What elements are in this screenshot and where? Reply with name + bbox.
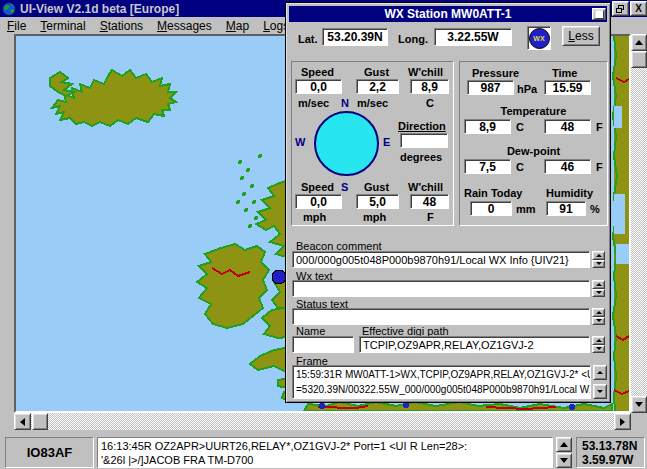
wchill-c-field[interactable]: 8,9 (410, 79, 449, 94)
long-label: Long. (398, 33, 428, 45)
c-unit-label: C (426, 97, 434, 109)
compass-north-label: N (341, 97, 349, 109)
horizontal-scrollbar[interactable] (14, 413, 631, 430)
pressure-unit-label: hPa (517, 83, 537, 95)
frame-scroll-down-button[interactable] (593, 384, 607, 399)
compass-west-label: W (295, 136, 305, 148)
beacon-spin-up-button[interactable] (592, 251, 605, 260)
window-restore-button[interactable] (612, 1, 629, 16)
beacon-spinner (592, 251, 605, 268)
temperature-c-field[interactable]: 8,9 (464, 119, 511, 134)
map-water-east2 (614, 194, 625, 234)
status-text-spin-down-button[interactable] (592, 317, 605, 326)
name-field[interactable] (292, 336, 354, 353)
time-field[interactable]: 15.59 (544, 80, 591, 95)
vertical-scroll-thumb[interactable] (631, 51, 647, 68)
lat-field[interactable]: 53.20.39N (322, 28, 388, 46)
vertical-scrollbar[interactable] (631, 34, 647, 413)
dialog-minimize-button[interactable] (592, 8, 606, 20)
frame-scroll-up-button[interactable] (593, 365, 607, 380)
humidity-unit-label: % (590, 203, 600, 215)
frame-line-2: =5320.39N/00322.55W_000/000g005t048P000b… (296, 382, 591, 397)
scrollbar-corner (631, 413, 647, 430)
status-bar: IO83AF 16:13:45R OZ2APR>UURT26,RELAY*,OZ… (0, 430, 647, 469)
digi-path-spin-up-button[interactable] (592, 336, 605, 345)
humidity-field[interactable]: 91 (546, 201, 586, 216)
frame-box[interactable]: 15:59:31R MW0ATT-1>WX,TCPIP,OZ9APR,RELAY… (292, 365, 591, 399)
window-close-button[interactable]: X (630, 1, 647, 16)
wx-symbol-icon: WX (529, 28, 550, 49)
triangle-up-icon (596, 311, 602, 314)
menu-terminal[interactable]: Terminal (33, 18, 92, 34)
triangle-left-icon (20, 418, 25, 426)
ms-unit-label-1: m/sec (298, 97, 329, 109)
wchill-f-label: W'chill (408, 181, 443, 193)
temperature-f-field[interactable]: 48 (544, 119, 591, 134)
speed-mph-label: Speed (301, 181, 334, 193)
mph-unit-label-2: mph (363, 211, 386, 223)
horizontal-scroll-thumb[interactable] (32, 413, 48, 430)
cursor-long: 3.59.97W (582, 453, 639, 467)
wx-text-spin-up-button[interactable] (592, 280, 605, 289)
wchill-f-field[interactable]: 48 (410, 194, 449, 209)
triangle-up-icon (596, 283, 602, 286)
restore-icon (616, 5, 625, 13)
beacon-spin-down-button[interactable] (592, 260, 605, 269)
dewpoint-c-field[interactable]: 7,5 (464, 159, 511, 174)
cursor-lat: 53.13.78N (582, 439, 639, 453)
map-station-dot3 (569, 404, 575, 410)
scroll-left-button[interactable] (14, 413, 31, 430)
menu-file[interactable]: File (0, 18, 33, 34)
locator-panel: IO83AF (5, 437, 94, 468)
wx-text-field[interactable] (292, 280, 590, 297)
rain-unit-label: mm (516, 203, 536, 215)
pressure-label: Pressure (472, 67, 519, 79)
triangle-down-icon (635, 402, 643, 407)
wx-text-spinner (592, 280, 605, 297)
time-label: Time (552, 67, 577, 79)
wind-compass (314, 111, 379, 176)
gust-ms-field[interactable]: 2,2 (356, 79, 399, 94)
dewpoint-f-field[interactable]: 46 (544, 159, 591, 174)
map-station-symbol[interactable] (272, 270, 286, 284)
wx-station-dialog: WX Station MW0ATT-1 Lat. 53.20.39N Long.… (285, 2, 611, 403)
speed-ms-field[interactable]: 0,0 (295, 79, 342, 94)
beacon-comment-field[interactable]: 000/000g005t048P000b9870h91/Local WX Inf… (292, 251, 590, 268)
temperature-f-unit: F (596, 121, 603, 133)
degrees-label: degrees (400, 151, 442, 163)
close-icon: X (635, 3, 642, 14)
monitor-scroll-up-button[interactable] (556, 437, 572, 452)
lat-label: Lat. (298, 33, 318, 45)
digi-path-field[interactable]: TCPIP,OZ9APR,RELAY,OZ1GVJ-2 (359, 336, 590, 353)
status-text-field[interactable] (292, 308, 590, 325)
scroll-down-button[interactable] (631, 396, 647, 413)
pressure-field[interactable]: 987 (467, 80, 514, 95)
triangle-down-icon (596, 347, 602, 350)
speed-ms-label: Speed (301, 66, 334, 78)
digi-path-spin-down-button[interactable] (592, 345, 605, 354)
triangle-up-icon (597, 371, 603, 374)
speed-mph-field[interactable]: 0,0 (295, 194, 342, 209)
dialog-title: WX Station MW0ATT-1 (384, 7, 511, 21)
scroll-up-button[interactable] (631, 34, 647, 51)
rain-field[interactable]: 0 (470, 201, 512, 216)
wx-text-spin-down-button[interactable] (592, 289, 605, 298)
menu-map[interactable]: Map (219, 18, 256, 34)
menu-stations[interactable]: Stations (93, 18, 150, 34)
cursor-position-panel: 53.13.78N 3.59.97W (576, 437, 645, 468)
dewpoint-c-unit: C (516, 161, 524, 173)
map-water-east1 (614, 106, 622, 128)
wchill-c-label: W'chill (408, 66, 443, 78)
less-button[interactable]: Less (562, 26, 600, 46)
direction-field[interactable] (400, 133, 448, 148)
long-field[interactable]: 3.22.55W (434, 28, 512, 46)
gust-mph-field[interactable]: 5,0 (356, 194, 399, 209)
status-text-spin-up-button[interactable] (592, 308, 605, 317)
dialog-titlebar[interactable]: WX Station MW0ATT-1 (289, 6, 607, 22)
menu-messages[interactable]: Messages (150, 18, 219, 34)
monitor-panel[interactable]: 16:13:45R OZ2APR>UURT26,RELAY*,OZ1GVJ-2*… (97, 437, 553, 468)
scroll-right-button[interactable] (614, 413, 631, 430)
triangle-down-icon (596, 291, 602, 294)
monitor-line-2: '&26l |>/]JACOB FRA TM-D700 (101, 453, 549, 467)
monitor-scroll-down-button[interactable] (556, 453, 572, 468)
